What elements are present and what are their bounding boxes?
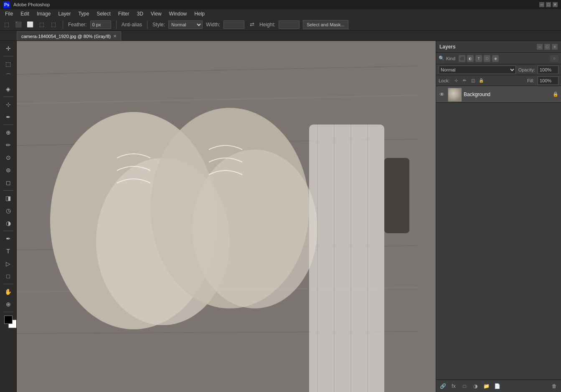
options-bar: ⬚ ⬛ ⬜ ⬚ ⬚ Feather: Anti-alias Style: Nor… — [0, 18, 561, 31]
menu-3d[interactable]: 3D — [133, 10, 146, 18]
filter-toggle[interactable]: ○ — [550, 55, 558, 62]
tab-filename: camera-1840054_1920.jpg @ 80% (Gray/8) — [21, 34, 111, 39]
layers-panel-header: Layers ─ □ ≡ — [436, 41, 561, 53]
filter-adjust-icon[interactable]: ◐ — [467, 55, 474, 62]
antialias-label: Anti-alias — [122, 22, 142, 28]
height-label: Height: — [259, 22, 275, 28]
menu-help[interactable]: Help — [191, 10, 208, 18]
tool-sep-2 — [3, 97, 13, 97]
tab-bar: camera-1840054_1920.jpg @ 80% (Gray/8) ✕ — [0, 31, 561, 41]
layer-visibility-icon[interactable]: 👁 — [439, 91, 445, 98]
dodge-tool[interactable]: ◑ — [3, 217, 14, 229]
delete-layer-button[interactable]: 🗑 — [550, 382, 558, 390]
svg-rect-12 — [309, 125, 384, 392]
int-sel-icon: ⬚ — [38, 20, 46, 29]
separator-2 — [116, 20, 117, 29]
title-left: Ps Adobe Photoshop — [3, 1, 50, 8]
blend-mode-select[interactable]: Normal Dissolve Multiply Screen Overlay — [439, 66, 516, 74]
lock-bar: Lock: ⊹ ✏ ◫ 🔒 Fill: — [436, 75, 561, 86]
maximize-button[interactable]: □ — [546, 2, 551, 7]
tool-sep-3 — [3, 125, 13, 125]
lock-all-icon[interactable]: 🔒 — [478, 77, 485, 84]
kind-label: Kind — [446, 56, 455, 61]
lock-position-icon[interactable]: ✏ — [461, 77, 468, 84]
pen-tool[interactable]: ✒ — [3, 233, 14, 244]
lock-pixels-icon[interactable]: ⊹ — [453, 77, 459, 84]
menu-type[interactable]: Type — [75, 10, 92, 18]
marquee-tool[interactable]: ⬚ — [3, 58, 14, 70]
fill-input[interactable] — [538, 76, 558, 85]
add-sel-icon: ⬛ — [14, 20, 23, 29]
eraser-tool[interactable]: ◻ — [3, 177, 14, 188]
svg-rect-17 — [384, 158, 409, 233]
new-layer-button[interactable]: 📄 — [493, 382, 501, 390]
gradient-tool[interactable]: ◨ — [3, 192, 14, 204]
tool-sep-4 — [3, 190, 13, 191]
select-mask-button[interactable]: Select and Mask... — [303, 20, 348, 29]
panel-minimize-button[interactable]: ─ — [537, 44, 543, 50]
menu-view[interactable]: View — [147, 10, 165, 18]
canvas-area: Layer from Background... Duplicate Layer… — [17, 41, 436, 392]
svg-rect-19 — [448, 88, 462, 102]
minimize-button[interactable]: ─ — [539, 2, 544, 7]
link-layers-button[interactable]: 🔗 — [439, 382, 447, 390]
text-tool[interactable]: T — [3, 245, 14, 257]
shape-tool[interactable]: □ — [3, 270, 14, 282]
close-button[interactable]: ✕ — [553, 2, 558, 7]
menu-filter[interactable]: Filter — [115, 10, 133, 18]
clone-tool[interactable]: ⊙ — [3, 152, 14, 163]
filter-icons: ⬛ ◐ T □ ◈ — [459, 55, 499, 62]
filter-smart-icon[interactable]: ◈ — [492, 55, 499, 62]
menu-file[interactable]: File — [2, 10, 16, 18]
menu-layer[interactable]: Layer — [55, 10, 74, 18]
eyedropper-tool[interactable]: ✒ — [3, 111, 14, 123]
brush-tool[interactable]: ✏ — [3, 139, 14, 151]
lasso-tool[interactable]: ⌒ — [3, 71, 14, 82]
blur-tool[interactable]: ◷ — [3, 205, 14, 216]
panel-expand-button[interactable]: □ — [544, 44, 550, 50]
lock-icons: ⊹ ✏ ◫ 🔒 — [453, 77, 485, 84]
new-adjustment-button[interactable]: ◑ — [471, 382, 480, 390]
separator-1 — [63, 20, 63, 29]
history-tool[interactable]: ⊚ — [3, 164, 14, 176]
style-label: Style: — [152, 22, 165, 28]
layer-background[interactable]: 👁 Background 🔒 — [436, 86, 561, 103]
opacity-label: Opacity: — [518, 67, 535, 72]
selection-tool-icon: ⬚ — [3, 20, 11, 29]
quick-select-tool[interactable]: ◈ — [3, 83, 14, 95]
path-selection[interactable]: ▷ — [3, 258, 14, 270]
search-icon: 🔍 — [439, 56, 444, 61]
layers-footer: 🔗 fx □ ◑ 📁 📄 🗑 — [436, 379, 561, 392]
menu-select[interactable]: Select — [93, 10, 114, 18]
zoom-tool[interactable]: ⊕ — [3, 298, 14, 310]
tab-close-button[interactable]: ✕ — [113, 34, 117, 38]
menu-image[interactable]: Image — [33, 10, 54, 18]
feather-input[interactable] — [90, 20, 111, 29]
panel-menu-button[interactable]: ≡ — [552, 44, 558, 50]
add-style-button[interactable]: fx — [449, 382, 458, 390]
filter-text-icon[interactable]: T — [475, 55, 482, 62]
crop-tool[interactable]: ⊹ — [3, 99, 14, 110]
style-select[interactable]: Normal Fixed Ratio Fixed Size — [168, 20, 203, 29]
title-text: Adobe Photoshop — [13, 2, 50, 7]
foreground-color[interactable] — [4, 316, 13, 324]
lock-artboard-icon[interactable]: ◫ — [470, 77, 476, 84]
filter-shape-icon[interactable]: □ — [484, 55, 490, 62]
document-tab[interactable]: camera-1840054_1920.jpg @ 80% (Gray/8) ✕ — [17, 31, 121, 41]
swap-icon[interactable]: ⇄ — [248, 20, 256, 29]
hand-tool[interactable]: ✋ — [3, 286, 14, 298]
color-swatches[interactable] — [4, 316, 13, 324]
menu-window[interactable]: Window — [166, 10, 190, 18]
spot-heal-tool[interactable]: ⊕ — [3, 127, 14, 138]
opacity-input[interactable] — [538, 66, 558, 74]
new-group-button[interactable]: 📁 — [482, 382, 490, 390]
menu-edit[interactable]: Edit — [17, 10, 33, 18]
width-input[interactable] — [223, 20, 244, 29]
tool-sep-6 — [3, 284, 13, 284]
height-input[interactable] — [279, 20, 300, 29]
feather-label: Feather: — [68, 22, 87, 28]
filter-pixel-icon[interactable]: ⬛ — [459, 55, 465, 62]
add-mask-button[interactable]: □ — [460, 382, 469, 390]
move-tool[interactable]: ✛ — [3, 43, 14, 54]
menu-bar: File Edit Image Layer Type Select Filter… — [0, 9, 561, 18]
